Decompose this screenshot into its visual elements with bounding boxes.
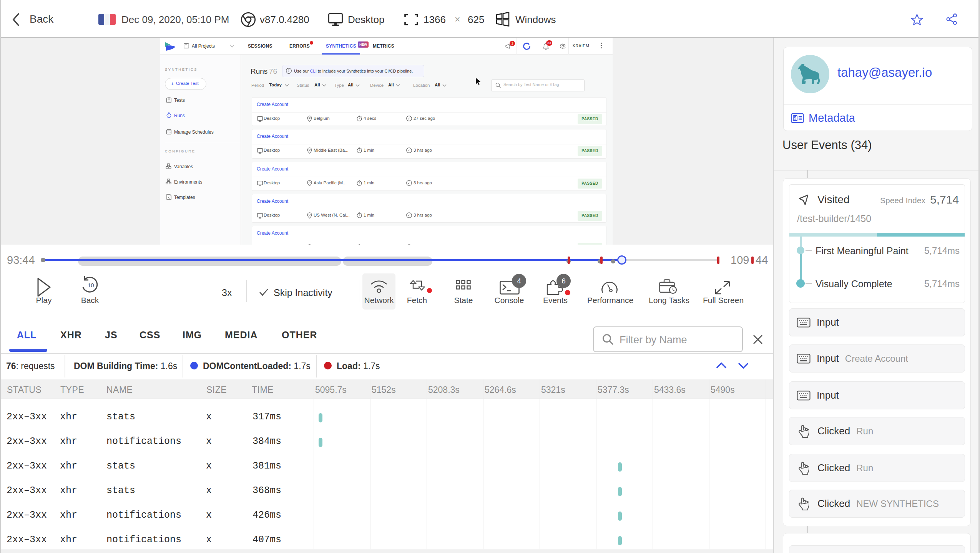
svg-text:10: 10 xyxy=(88,282,94,288)
